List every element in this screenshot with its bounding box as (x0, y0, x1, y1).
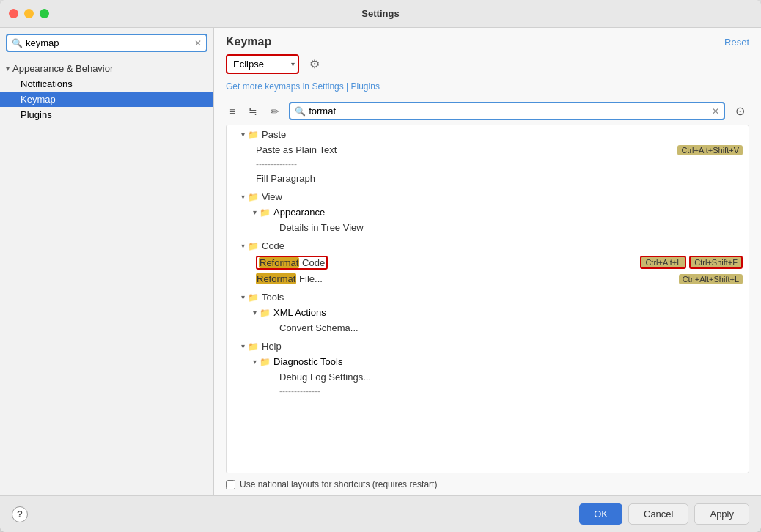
action-reformat-file[interactable]: Reformat File... Ctrl+Alt+Shift+L (238, 271, 749, 287)
sidebar-item-label: Keymap (21, 94, 56, 105)
keymap-select[interactable]: Eclipse Default Emacs (226, 54, 299, 74)
title-bar: Settings (0, 0, 761, 28)
action-label: Fill Paragraph (256, 173, 315, 184)
action-shortcuts: Ctrl+Alt+Shift+L (679, 274, 746, 284)
sidebar-item-label: Appearance & Behavior (12, 63, 113, 74)
section-arrow-icon: ▾ (241, 130, 245, 138)
subsection-appearance-label: Appearance (273, 207, 325, 218)
filter-search-icon: 🔍 (295, 106, 306, 117)
filter-clear-icon[interactable]: ✕ (712, 106, 719, 117)
keymap-tree[interactable]: ▾ 📁 Paste Paste as Plain Text Ctrl+Alt+S… (226, 125, 749, 473)
keymap-dropdown-wrapper: Eclipse Default Emacs ▾ (226, 54, 299, 74)
footer-buttons: OK Cancel Apply (579, 503, 749, 525)
national-layouts-checkbox[interactable] (226, 480, 235, 489)
subsection-appearance: ▾ 📁 Appearance Details in Tree View (238, 204, 749, 235)
action-shortcuts: Ctrl+Alt+L Ctrl+Shift+F (640, 256, 746, 269)
folder-icon: 📁 (260, 207, 271, 218)
national-layouts-label: Use national layouts for shortcuts (requ… (240, 479, 437, 489)
sidebar: 🔍 ✕ ▾ Appearance & Behavior Notification… (0, 28, 214, 495)
action-shortcuts: Ctrl+Alt+Shift+V (677, 145, 746, 155)
action-label: Reformat Code (256, 257, 328, 268)
main-content: 🔍 ✕ ▾ Appearance & Behavior Notification… (0, 28, 761, 495)
action-convert-schema[interactable]: Convert Schema... (250, 320, 749, 336)
filter-settings-button[interactable]: ⊙ (731, 102, 749, 120)
subsection-diagnostic-header[interactable]: ▾ 📁 Diagnostic Tools (250, 354, 749, 369)
footer: ? OK Cancel Apply (0, 495, 761, 532)
right-panel: Keymap Reset Eclipse Default Emacs ▾ ⚙ G… (214, 28, 761, 495)
sidebar-item-appearance-behavior[interactable]: ▾ Appearance & Behavior (0, 61, 213, 76)
sidebar-item-notifications[interactable]: Notifications (0, 76, 213, 92)
folder-icon: 📁 (248, 192, 259, 202)
panel-header: Keymap Reset (214, 28, 761, 48)
action-details-tree-view[interactable]: Details in Tree View (250, 220, 749, 235)
action-paste-plain-text[interactable]: Paste as Plain Text Ctrl+Alt+Shift+V (238, 142, 749, 158)
section-arrow-icon: ▾ (241, 242, 245, 250)
folder-icon: 📁 (248, 292, 259, 303)
section-code: ▾ 📁 Code Reformat Code Ctrl+Alt+L Ctrl+S… (238, 237, 749, 288)
ok-button[interactable]: OK (579, 503, 622, 525)
section-view-header[interactable]: ▾ 📁 View (238, 189, 749, 204)
maximize-button[interactable] (40, 9, 49, 18)
help-icon: ? (17, 509, 23, 520)
action-fill-paragraph[interactable]: Fill Paragraph (238, 171, 749, 186)
shortcut-badge-ctrl-alt-shift-l: Ctrl+Alt+Shift+L (679, 274, 743, 284)
section-paste-header[interactable]: ▾ 📁 Paste (238, 127, 749, 142)
section-arrow-icon: ▾ (253, 309, 257, 317)
get-more-link[interactable]: Get more keymaps in Settings | Plugins (226, 81, 380, 92)
section-arrow-icon: ▾ (241, 342, 245, 350)
national-layouts-checkbox-label[interactable]: Use national layouts for shortcuts (requ… (226, 479, 437, 489)
sidebar-search-input[interactable] (26, 37, 191, 48)
clear-search-icon[interactable]: ✕ (194, 38, 202, 48)
section-view: ▾ 📁 View ▾ 📁 Appearance Details in Tree … (238, 188, 749, 237)
cancel-button[interactable]: Cancel (628, 503, 688, 525)
window-title: Settings (361, 8, 399, 19)
action-reformat-code[interactable]: Reformat Code Ctrl+Alt+L Ctrl+Shift+F (238, 254, 749, 271)
minimize-button[interactable] (24, 9, 34, 18)
expand-all-button[interactable]: ≡ (226, 103, 239, 119)
subsection-diagnostic-label: Diagnostic Tools (273, 356, 342, 367)
separator: -------------- (250, 385, 749, 398)
section-tools-label: Tools (262, 292, 284, 303)
filter-search-input[interactable] (309, 106, 709, 117)
subsection-xml-label: XML Actions (273, 307, 326, 318)
sidebar-item-label: Notifications (21, 78, 73, 89)
action-label: Convert Schema... (279, 322, 359, 333)
collapse-all-button[interactable]: ≒ (245, 103, 261, 119)
gear-button[interactable]: ⚙ (305, 56, 324, 73)
subsection-xml-header[interactable]: ▾ 📁 XML Actions (250, 305, 749, 320)
section-arrow-icon: ▾ (253, 358, 257, 366)
bottom-panel: Use national layouts for shortcuts (requ… (214, 473, 761, 495)
subsection-xml-actions: ▾ 📁 XML Actions Convert Schema... (238, 305, 749, 336)
section-arrow-icon: ▾ (241, 293, 245, 301)
apply-button[interactable]: Apply (694, 503, 749, 525)
reset-link[interactable]: Reset (724, 37, 749, 48)
subsection-appearance-header[interactable]: ▾ 📁 Appearance (250, 204, 749, 220)
sidebar-item-label: Plugins (21, 109, 52, 120)
highlight-text: Reformat (256, 273, 296, 284)
section-help-label: Help (262, 341, 282, 352)
sidebar-item-plugins[interactable]: Plugins (0, 107, 213, 122)
settings-window: Settings 🔍 ✕ ▾ Appearance & Behavior Not… (0, 0, 761, 532)
help-button[interactable]: ? (12, 506, 28, 522)
subsection-diagnostic-tools: ▾ 📁 Diagnostic Tools Debug Log Settings.… (238, 354, 749, 398)
section-paste: ▾ 📁 Paste Paste as Plain Text Ctrl+Alt+S… (238, 125, 749, 188)
section-help-header[interactable]: ▾ 📁 Help (238, 339, 749, 354)
action-label: Details in Tree View (279, 222, 364, 233)
close-button[interactable] (9, 9, 18, 18)
folder-icon: 📁 (248, 241, 259, 251)
folder-icon: 📁 (248, 130, 259, 140)
sidebar-item-keymap[interactable]: Keymap (0, 92, 213, 107)
section-tools-header[interactable]: ▾ 📁 Tools (238, 289, 749, 305)
get-more-keymaps: Get more keymaps in Settings | Plugins (214, 80, 761, 97)
highlight-text: Reformat (259, 257, 299, 268)
folder-icon: 📁 (260, 308, 271, 318)
section-code-header[interactable]: ▾ 📁 Code (238, 238, 749, 254)
sidebar-search-box[interactable]: 🔍 ✕ (6, 34, 207, 52)
separator: -------------- (238, 158, 749, 171)
search-icon: 🔍 (12, 38, 23, 48)
edit-button[interactable]: ✏ (267, 103, 283, 119)
action-label: Debug Log Settings... (279, 372, 371, 383)
search-toolbar: ≡ ≒ ✏ 🔍 ✕ ⊙ (214, 97, 761, 125)
filter-search-box[interactable]: 🔍 ✕ (289, 102, 725, 120)
action-debug-log-settings[interactable]: Debug Log Settings... (250, 369, 749, 385)
